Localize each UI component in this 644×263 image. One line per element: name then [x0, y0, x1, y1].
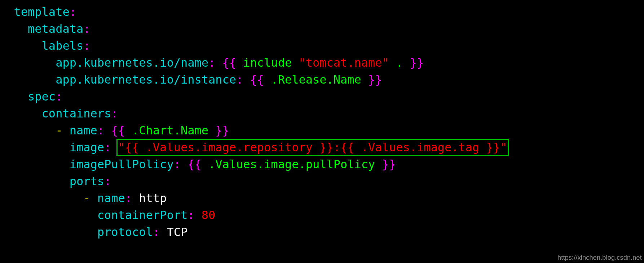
key-containers: containers [42, 107, 111, 120]
key-metadata: metadata [28, 22, 83, 36]
highlighted-image-value: "{{ .Values.image.repository }}:{{ .Valu… [116, 139, 509, 156]
key-image-pull-policy: imagePullPolicy [70, 157, 174, 171]
key-protocol: protocol [97, 225, 153, 239]
key-app-instance: app.kubernetes.io/instance [56, 73, 236, 86]
key-labels: labels [42, 39, 84, 53]
yaml-template-code: template: metadata: labels: app.kubernet… [0, 0, 644, 241]
key-app-name: app.kubernetes.io/name [56, 56, 208, 70]
key-spec: spec [28, 90, 56, 103]
key-container-port: containerPort [97, 208, 188, 222]
key-image: image [70, 141, 104, 154]
key-template: template [14, 5, 70, 19]
key-port-name: name [97, 191, 125, 205]
key-container-name: name [70, 124, 97, 137]
watermark-url: https://xinchen.blog.csdn.net [557, 254, 642, 262]
key-ports: ports [70, 174, 104, 188]
